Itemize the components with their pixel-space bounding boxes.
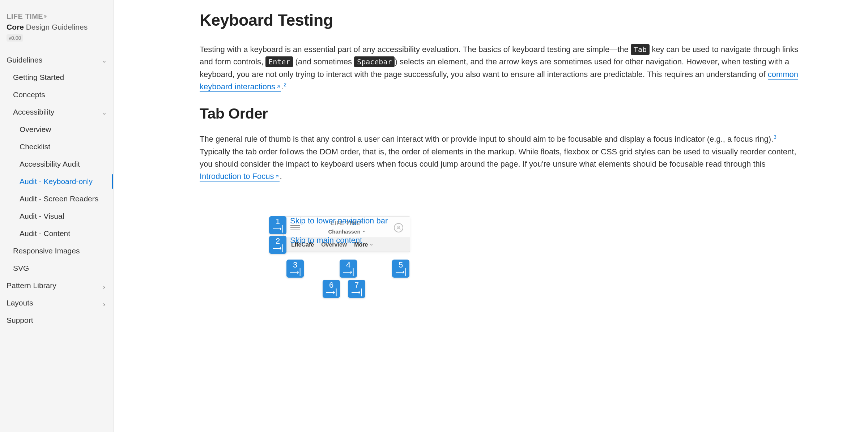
chevron-down-icon: [370, 243, 373, 247]
tab-order-badge-2: 2 ⟶⎮: [269, 236, 286, 254]
tab-order-illustration: Skip to lower navigation bar 1 ⟶⎮ Skip t…: [269, 216, 482, 252]
tab-order-badge-7: 7 ⟶⎮: [348, 280, 365, 298]
nav-svg[interactable]: SVG: [0, 260, 113, 277]
kbd-tab: Tab: [631, 44, 650, 55]
nav-accessibility-audit[interactable]: Accessibility Audit: [0, 155, 113, 173]
nav-checklist[interactable]: Checklist: [0, 138, 113, 155]
nav-audit-content[interactable]: Audit - Content: [0, 225, 113, 242]
tab-arrow-icon: ⟶⎮: [395, 269, 407, 275]
section-heading-tab-order: Tab Order: [200, 105, 806, 122]
avatar-icon: [394, 223, 403, 232]
hamburger-menu-icon: [290, 225, 300, 230]
tab-arrow-icon: ⟶⎮: [351, 289, 362, 296]
nav-accessibility[interactable]: Accessibility: [0, 103, 113, 121]
chevron-down-icon: [102, 57, 107, 63]
kbd-spacebar: Spacebar: [354, 56, 395, 67]
chevron-right-icon: [102, 300, 107, 305]
site-title[interactable]: Core Design Guidelines v0.00: [7, 23, 107, 42]
tab-order-badge-3: 3 ⟶⎮: [286, 260, 304, 278]
nav-audit-keyboard-only[interactable]: Audit - Keyboard-only: [0, 173, 113, 190]
nav-concepts[interactable]: Concepts: [0, 86, 113, 103]
intro-paragraph: Testing with a keyboard is an essential …: [200, 43, 806, 93]
footnote-ref[interactable]: 2: [284, 82, 286, 87]
footnote-ref[interactable]: 3: [774, 134, 776, 140]
registered-mark-icon: ®: [44, 14, 47, 18]
tab-order-paragraph: The general rule of thumb is that any co…: [200, 133, 806, 183]
tab-arrow-icon: ⟶⎮: [272, 226, 284, 232]
tab-arrow-icon: ⟶⎮: [272, 245, 284, 252]
skip-link-lower-nav: Skip to lower navigation bar: [269, 216, 388, 226]
tab-arrow-icon: ⟶⎮: [343, 269, 354, 275]
nav-responsive-images[interactable]: Responsive Images: [0, 242, 113, 260]
sidebar: LIFE TIME® Core Design Guidelines v0.00 …: [0, 0, 114, 432]
chevron-down-icon: [362, 230, 366, 233]
brand-logo: LIFE TIME®: [7, 12, 107, 21]
site-title-rest: Design Guidelines: [26, 23, 88, 31]
tab-arrow-icon: ⟶⎮: [326, 289, 337, 296]
nav-getting-started[interactable]: Getting Started: [0, 69, 113, 86]
tab-order-badge-6: 6 ⟶⎮: [323, 280, 340, 298]
page-title: Keyboard Testing: [200, 11, 806, 30]
nav-audit-visual[interactable]: Audit - Visual: [0, 208, 113, 225]
nav-guidelines[interactable]: Guidelines: [0, 51, 113, 69]
site-title-core: Core: [7, 23, 24, 31]
chevron-down-icon: [102, 110, 107, 115]
chevron-right-icon: [102, 283, 107, 288]
version-badge: v0.00: [7, 34, 23, 42]
link-intro-to-focus[interactable]: Introduction to Focus: [200, 172, 280, 181]
nav-overview[interactable]: Overview: [0, 121, 113, 138]
nav-pattern-library[interactable]: Pattern Library: [0, 277, 113, 294]
external-link-icon: [276, 81, 281, 86]
nav-layouts[interactable]: Layouts: [0, 294, 113, 312]
mock-location: Chanhassen: [328, 228, 365, 235]
tab-order-badge-4: 4 ⟶⎮: [340, 260, 357, 278]
external-link-icon: [275, 170, 280, 175]
kbd-enter: Enter: [265, 56, 293, 67]
tab-order-badge-1: 1 ⟶⎮: [269, 216, 286, 234]
tab-order-badge-5: 5 ⟶⎮: [392, 260, 409, 278]
nav-audit-screen-readers[interactable]: Audit - Screen Readers: [0, 190, 113, 208]
tab-arrow-icon: ⟶⎮: [290, 269, 301, 275]
nav-guidelines-label: Guidelines: [7, 56, 42, 64]
primary-nav: Guidelines Getting Started Concepts Acce…: [0, 49, 113, 329]
nav-support[interactable]: Support: [0, 312, 113, 329]
brand-logo-text: LIFE TIME: [7, 12, 43, 21]
sidebar-header: LIFE TIME® Core Design Guidelines v0.00: [0, 0, 113, 49]
svg-point-0: [398, 226, 400, 228]
main-content: Keyboard Testing Testing with a keyboard…: [114, 0, 868, 432]
